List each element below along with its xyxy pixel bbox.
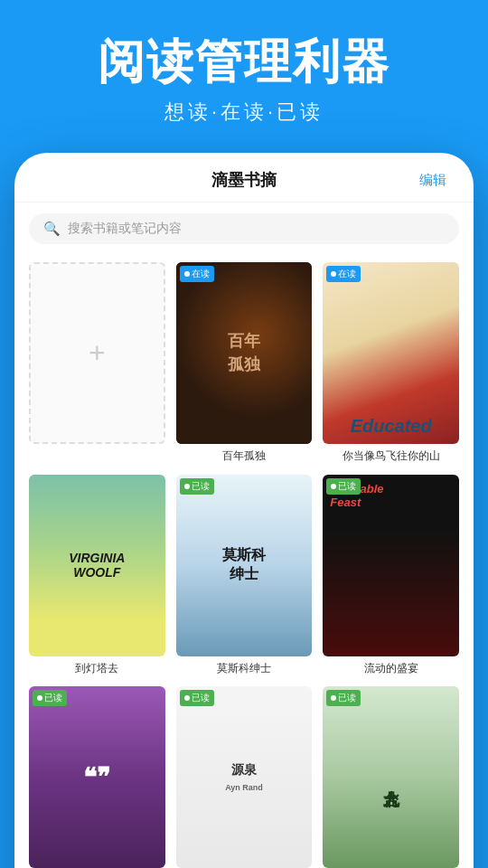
cover-text-msk: 莫斯科绅士 bbox=[222, 546, 266, 584]
book-title-educated: 你当像鸟飞往你的山 bbox=[343, 449, 440, 464]
cover-art-taipei: 台北人 bbox=[323, 686, 459, 868]
cover-art-bali: ❝❞ bbox=[29, 686, 165, 868]
status-badge-taipei: 已读 bbox=[326, 690, 361, 706]
badge-text-moveable: 已读 bbox=[338, 480, 356, 493]
cover-text-bali: ❝❞ bbox=[83, 765, 110, 790]
badge-dot-taipei bbox=[331, 695, 336, 701]
badge-text-educated: 在读 bbox=[338, 268, 356, 280]
cover-art-moveable: MoveableFeast bbox=[323, 475, 459, 656]
book-cover-wrapper-bali: ❝❞ 已读 bbox=[29, 686, 165, 868]
app-title: 滴墨书摘 bbox=[69, 169, 419, 191]
book-cover-msk: 莫斯科绅士 bbox=[176, 475, 313, 656]
book-cover-wrapper-yuanquan: 源泉Ayn Rand 已读 bbox=[176, 686, 313, 868]
badge-text-bainian: 在读 bbox=[192, 268, 210, 280]
book-cover-virginia: VIRGINIAWOOLF bbox=[29, 475, 165, 656]
book-cover-taipei: 台北人 bbox=[323, 686, 459, 868]
status-badge-msk: 已读 bbox=[180, 478, 214, 495]
book-cover-wrapper-taipei: 台北人 已读 bbox=[323, 686, 459, 868]
status-badge-educated: 在读 bbox=[326, 266, 361, 282]
plus-icon: + bbox=[89, 336, 106, 370]
book-title-moveable: 流动的盛宴 bbox=[364, 662, 418, 676]
edit-button[interactable]: 编辑 bbox=[419, 172, 455, 189]
book-title-bainian: 百年孤独 bbox=[222, 449, 266, 464]
cover-text-virginia: VIRGINIAWOOLF bbox=[69, 551, 125, 580]
book-title-msk: 莫斯科绅士 bbox=[217, 662, 271, 676]
status-badge-moveable: 已读 bbox=[326, 478, 361, 495]
book-cover-wrapper-bainian: 百年孤独 在读 bbox=[176, 262, 313, 444]
status-badge-bainian: 在读 bbox=[180, 266, 214, 282]
cover-text-educated: Educated bbox=[351, 416, 432, 437]
book-cover-wrapper-educated: Educated 在读 bbox=[323, 262, 459, 444]
book-bainian[interactable]: 百年孤独 在读 百年孤独 bbox=[176, 262, 313, 463]
badge-text-msk: 已读 bbox=[192, 480, 210, 493]
book-bali[interactable]: ❝❞ 已读 巴黎评论·作家访谈2 bbox=[29, 686, 165, 868]
book-cover-educated: Educated bbox=[323, 262, 459, 444]
search-icon: 🔍 bbox=[43, 221, 61, 237]
status-badge-yuanquan: 已读 bbox=[180, 690, 214, 706]
book-cover-wrapper-virginia: VIRGINIAWOOLF bbox=[29, 475, 165, 656]
hero-subtitle: 想读·在读·已读 bbox=[18, 99, 470, 126]
badge-text-yuanquan: 已读 bbox=[192, 692, 210, 704]
cover-text-yuanquan: 源泉Ayn Rand bbox=[225, 762, 263, 793]
badge-text-bali: 已读 bbox=[44, 692, 62, 704]
books-grid-row1: + 百年孤独 在读 百年孤独 bbox=[14, 255, 474, 868]
badge-text-taipei: 已读 bbox=[338, 692, 356, 704]
badge-dot-moveable bbox=[331, 484, 336, 489]
book-virginia[interactable]: VIRGINIAWOOLF 到灯塔去 bbox=[29, 475, 165, 675]
book-cover-bali: ❝❞ bbox=[29, 686, 165, 868]
phone-container: 滴墨书摘 编辑 🔍 搜索书籍或笔记内容 + 百年孤独 bbox=[14, 153, 474, 868]
add-book-item[interactable]: + bbox=[29, 262, 165, 463]
badge-dot-educated bbox=[331, 271, 336, 277]
badge-dot-bainian bbox=[184, 271, 190, 277]
cover-text-bainian: 百年孤独 bbox=[228, 330, 260, 375]
status-badge-bali: 已读 bbox=[33, 690, 67, 706]
app-header: 滴墨书摘 编辑 bbox=[14, 153, 474, 203]
cover-art-educated: Educated bbox=[323, 262, 459, 444]
badge-dot-msk bbox=[184, 484, 190, 489]
search-bar[interactable]: 🔍 搜索书籍或笔记内容 bbox=[29, 213, 459, 244]
book-cover-yuanquan: 源泉Ayn Rand bbox=[176, 686, 313, 868]
book-taipei[interactable]: 台北人 已读 台北人 bbox=[323, 686, 459, 868]
book-moveable[interactable]: MoveableFeast 已读 流动的盛宴 bbox=[323, 475, 459, 675]
hero-section: 阅读管理利器 想读·在读·已读 bbox=[0, 0, 488, 153]
add-book-button[interactable]: + bbox=[29, 262, 165, 444]
book-msk[interactable]: 莫斯科绅士 已读 莫斯科绅士 bbox=[176, 475, 313, 675]
cover-art-virginia: VIRGINIAWOOLF bbox=[29, 475, 165, 656]
cover-art-yuanquan: 源泉Ayn Rand bbox=[176, 686, 313, 868]
cover-art-msk: 莫斯科绅士 bbox=[176, 475, 313, 656]
book-title-virginia: 到灯塔去 bbox=[75, 662, 118, 676]
badge-dot-yuanquan bbox=[184, 695, 190, 701]
book-cover-bainian: 百年孤独 bbox=[176, 262, 313, 444]
book-cover-moveable: MoveableFeast bbox=[323, 475, 459, 656]
book-cover-wrapper-moveable: MoveableFeast 已读 bbox=[323, 475, 459, 656]
book-yuanquan[interactable]: 源泉Ayn Rand 已读 源泉 bbox=[176, 686, 313, 868]
badge-dot-bali bbox=[37, 695, 42, 701]
cover-art-bainian: 百年孤独 bbox=[176, 262, 313, 444]
hero-title: 阅读管理利器 bbox=[18, 36, 470, 88]
search-placeholder-text: 搜索书籍或笔记内容 bbox=[68, 221, 182, 237]
book-cover-wrapper-msk: 莫斯科绅士 已读 bbox=[176, 475, 313, 656]
book-educated[interactable]: Educated 在读 你当像鸟飞往你的山 bbox=[323, 262, 459, 463]
